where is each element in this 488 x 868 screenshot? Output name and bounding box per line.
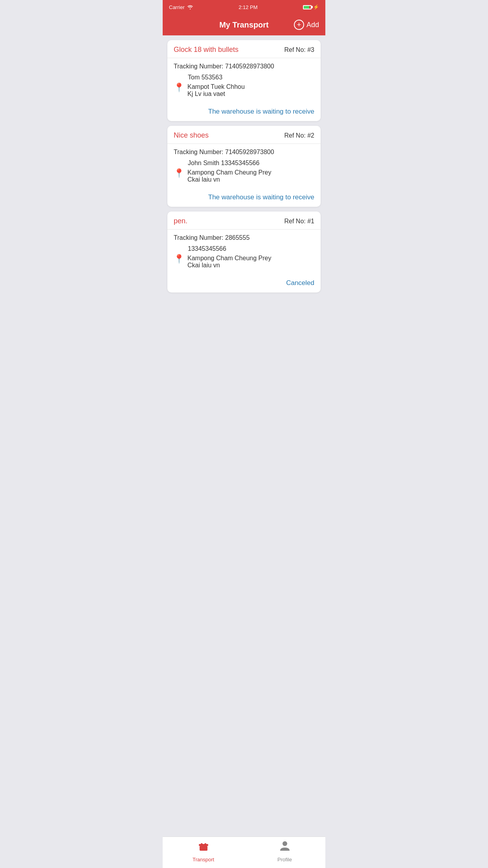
card-status-3: Canceled — [167, 275, 321, 292]
card-title-2: Nice shoes — [174, 131, 209, 140]
header-title: My Transport — [219, 20, 269, 29]
card-3[interactable]: pen. Ref No: #1 Tracking Number: 2865555… — [167, 211, 321, 292]
add-circle-icon: + — [294, 20, 304, 30]
location-row-1: 📍 Kampot Tuek Chhou Kj Lv iua vaet — [174, 83, 314, 97]
tracking-row-2: Tracking Number: 71405928973800 — [174, 149, 314, 156]
contact-row-3: 13345345566 — [174, 245, 314, 252]
contact-row-1: Tom 553563 — [174, 74, 314, 81]
wifi-icon — [187, 5, 193, 9]
card-body-2: Tracking Number: 71405928973800 John Smi… — [167, 144, 321, 189]
carrier-label: Carrier — [169, 4, 185, 10]
header: My Transport + Add — [163, 14, 325, 35]
location-main-3: Kampong Cham Cheung Prey — [187, 255, 271, 262]
location-sub-1: Kj Lv iua vaet — [187, 90, 245, 97]
location-sub-2: Ckai laiu vn — [187, 176, 271, 183]
card-title-3: pen. — [174, 217, 187, 225]
status-time: 2:12 PM — [238, 4, 257, 10]
content: Glock 18 with bullets Ref No: #3 Trackin… — [163, 35, 325, 332]
add-button[interactable]: + Add — [294, 20, 319, 30]
card-body-3: Tracking Number: 2865555 13345345566 📍 K… — [167, 230, 321, 275]
location-details-3: Kampong Cham Cheung Prey Ckai laiu vn — [187, 255, 271, 269]
card-body-1: Tracking Number: 71405928973800 Tom 5535… — [167, 58, 321, 104]
status-left: Carrier — [169, 4, 193, 10]
card-header-1: Glock 18 with bullets Ref No: #3 — [167, 40, 321, 58]
location-main-1: Kampot Tuek Chhou — [187, 83, 245, 90]
tracking-row-3: Tracking Number: 2865555 — [174, 234, 314, 241]
status-right: ⚡ — [303, 4, 319, 10]
card-ref-2: Ref No: #2 — [284, 132, 314, 139]
location-details-1: Kampot Tuek Chhou Kj Lv iua vaet — [187, 83, 245, 97]
pin-icon-3: 📍 — [174, 254, 184, 264]
card-status-1: The warehouse is waiting to receive — [167, 104, 321, 121]
location-details-2: Kampong Cham Cheung Prey Ckai laiu vn — [187, 169, 271, 183]
status-bar: Carrier 2:12 PM ⚡ — [163, 0, 325, 14]
battery-icon — [303, 5, 312, 9]
card-header-3: pen. Ref No: #1 — [167, 211, 321, 230]
bolt-icon: ⚡ — [313, 4, 319, 10]
location-main-2: Kampong Cham Cheung Prey — [187, 169, 271, 176]
card-1[interactable]: Glock 18 with bullets Ref No: #3 Trackin… — [167, 40, 321, 121]
location-row-3: 📍 Kampong Cham Cheung Prey Ckai laiu vn — [174, 255, 314, 269]
location-sub-3: Ckai laiu vn — [187, 262, 271, 269]
tracking-row-1: Tracking Number: 71405928973800 — [174, 63, 314, 70]
card-ref-1: Ref No: #3 — [284, 46, 314, 53]
location-row-2: 📍 Kampong Cham Cheung Prey Ckai laiu vn — [174, 169, 314, 183]
card-status-2: The warehouse is waiting to receive — [167, 189, 321, 207]
card-title-1: Glock 18 with bullets — [174, 46, 238, 54]
add-label: Add — [306, 21, 319, 29]
card-2[interactable]: Nice shoes Ref No: #2 Tracking Number: 7… — [167, 126, 321, 207]
card-ref-3: Ref No: #1 — [284, 218, 314, 225]
pin-icon-1: 📍 — [174, 83, 184, 93]
contact-row-2: John Smith 13345345566 — [174, 160, 314, 167]
pin-icon-2: 📍 — [174, 168, 184, 178]
card-header-2: Nice shoes Ref No: #2 — [167, 126, 321, 144]
